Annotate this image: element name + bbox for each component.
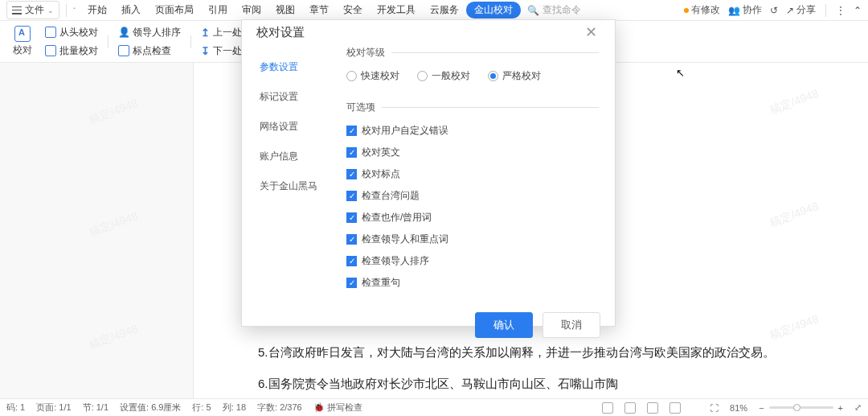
checkbox-checked-icon: ✓ [346,147,357,158]
level-strict-radio[interactable]: 严格校对 [488,69,541,83]
side-about[interactable]: 关于金山黑马 [242,171,338,201]
level-normal-radio[interactable]: 一般校对 [417,69,470,83]
dialog-title: 校对设置 [256,25,305,40]
side-network[interactable]: 网络设置 [242,112,338,142]
opt-leader-keywords[interactable]: ✓检查领导人和重点词 [346,233,599,246]
side-params[interactable]: 参数设置 [242,52,338,82]
level-section-title: 校对等级 [346,46,599,60]
close-icon[interactable]: ✕ [582,20,600,44]
checkbox-checked-icon: ✓ [346,169,357,179]
opt-dup-sentence[interactable]: ✓检查重句 [346,276,599,290]
side-marks[interactable]: 标记设置 [242,82,338,112]
proof-settings-dialog: 校对设置 ✕ ↖ 参数设置 标记设置 网络设置 账户信息 关于金山黑马 校对等级… [241,19,616,327]
checkbox-checked-icon: ✓ [346,191,357,201]
checkbox-checked-icon: ✓ [346,278,357,288]
opt-english[interactable]: ✓校对英文 [346,146,599,159]
ok-button[interactable]: 确认 [475,312,533,338]
side-account[interactable]: 账户信息 [242,142,338,171]
opts-section-title: 可选项 [346,101,599,114]
opt-taiwan[interactable]: ✓检查台湾问题 [346,189,599,203]
radio-icon [346,71,357,81]
opt-punct[interactable]: ✓校对标点 [346,167,599,181]
modal-overlay: 校对设置 ✕ ↖ 参数设置 标记设置 网络设置 账户信息 关于金山黑马 校对等级… [0,0,868,416]
cancel-button[interactable]: 取消 [542,312,600,338]
checkbox-checked-icon: ✓ [346,126,357,136]
opt-also-used[interactable]: ✓检查也作/曾用词 [346,211,599,224]
opt-leader-sort[interactable]: ✓检查领导人排序 [346,254,599,268]
cursor-icon: ↖ [676,67,685,79]
radio-checked-icon [488,71,498,81]
dialog-sidebar: 参数设置 标记设置 网络设置 账户信息 关于金山黑马 [242,44,338,306]
opt-custom-error[interactable]: ✓校对用户自定义错误 [346,124,599,138]
checkbox-checked-icon: ✓ [346,212,357,223]
level-fast-radio[interactable]: 快速校对 [346,69,399,83]
checkbox-checked-icon: ✓ [346,234,357,245]
radio-icon [417,71,428,81]
checkbox-checked-icon: ✓ [346,256,357,266]
